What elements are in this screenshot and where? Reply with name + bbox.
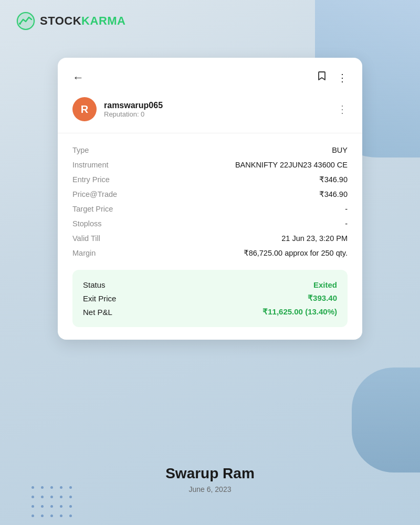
dot <box>41 496 44 498</box>
svg-point-2 <box>19 23 21 25</box>
logo: STOCKKARMA <box>16 11 126 31</box>
dot <box>50 514 53 517</box>
dot <box>69 505 72 508</box>
trade-card-wrapper: ← ⋮ R ramswarup065 Reputation: 0 ⋮ <box>58 58 362 340</box>
trade-details: TypeBUYInstrumentBANKNIFTY 22JUN23 43600… <box>72 143 348 260</box>
trade-value: ₹86,725.00 approx for 250 qty. <box>244 249 348 257</box>
exit-price-row: Exit Price ₹393.40 <box>83 291 337 305</box>
trade-value: ₹346.90 <box>319 175 348 184</box>
trade-row: Price@Trade₹346.90 <box>72 187 348 202</box>
net-pl-label: Net P&L <box>83 308 112 317</box>
net-pl-row: Net P&L ₹11,625.00 (13.40%) <box>83 305 337 319</box>
avatar: R <box>72 97 97 121</box>
trade-row: Target Price- <box>72 202 348 216</box>
trade-value: BANKNIFTY 22JUN23 43600 CE <box>235 161 348 169</box>
trade-row: InstrumentBANKNIFTY 22JUN23 43600 CE <box>72 158 348 172</box>
dot <box>69 496 72 498</box>
status-box: Status Exited Exit Price ₹393.40 Net P&L… <box>72 270 348 327</box>
dot <box>32 514 34 517</box>
status-value: Exited <box>313 280 337 289</box>
user-info: ramswarup065 Reputation: 0 <box>104 101 330 118</box>
dot <box>41 505 44 508</box>
status-row: Status Exited <box>83 278 337 291</box>
bookmark-icon[interactable] <box>316 70 328 85</box>
trade-label: Entry Price <box>72 175 141 184</box>
dot <box>60 505 62 508</box>
dot <box>32 505 34 508</box>
dot <box>60 514 62 517</box>
trade-label: Instrument <box>72 161 141 169</box>
username: ramswarup065 <box>104 101 330 110</box>
person-date: June 6, 2023 <box>189 485 232 494</box>
trade-row: Entry Price₹346.90 <box>72 172 348 187</box>
trade-row: Margin₹86,725.00 approx for 250 qty. <box>72 246 348 260</box>
trade-row: Stoploss- <box>72 216 348 231</box>
user-reputation: Reputation: 0 <box>104 110 330 118</box>
logo-icon <box>16 11 36 31</box>
trade-value: 21 Jun 23, 3:20 PM <box>281 234 348 243</box>
trade-label: Margin <box>72 249 141 257</box>
logo-text: STOCKKARMA <box>40 14 126 28</box>
card-nav: ← ⋮ <box>72 70 348 85</box>
nav-icons: ⋮ <box>316 70 348 85</box>
net-pl-value: ₹11,625.00 (13.40%) <box>262 307 337 317</box>
person-name: Swarup Ram <box>165 465 255 482</box>
dot <box>60 496 62 498</box>
exit-price-label: Exit Price <box>83 294 116 303</box>
trade-label: Target Price <box>72 205 141 213</box>
bottom-section: Swarup Ram June 6, 2023 <box>0 465 420 494</box>
trade-label: Valid Till <box>72 234 141 243</box>
trade-value: ₹346.90 <box>319 190 348 198</box>
user-more-icon[interactable]: ⋮ <box>337 103 348 116</box>
back-button[interactable]: ← <box>72 71 84 85</box>
trade-value: - <box>345 205 348 213</box>
trade-row: TypeBUY <box>72 143 348 158</box>
status-label: Status <box>83 280 106 289</box>
trade-card: ← ⋮ R ramswarup065 Reputation: 0 ⋮ <box>58 58 362 340</box>
dot <box>41 514 44 517</box>
trade-label: Price@Trade <box>72 190 141 198</box>
exit-price-value: ₹393.40 <box>308 293 337 303</box>
trade-value: - <box>345 219 348 228</box>
dot <box>69 514 72 517</box>
dot <box>50 505 53 508</box>
dot <box>32 496 34 498</box>
trade-label: Type <box>72 146 141 154</box>
trade-value: BUY <box>332 146 348 154</box>
trade-row: Valid Till21 Jun 23, 3:20 PM <box>72 231 348 246</box>
header: STOCKKARMA <box>0 0 420 42</box>
divider <box>58 133 362 133</box>
background-accent-bottom <box>352 368 420 472</box>
user-row: R ramswarup065 Reputation: 0 ⋮ <box>72 97 348 121</box>
dot <box>50 496 53 498</box>
trade-label: Stoploss <box>72 219 141 228</box>
more-options-icon[interactable]: ⋮ <box>337 71 348 84</box>
